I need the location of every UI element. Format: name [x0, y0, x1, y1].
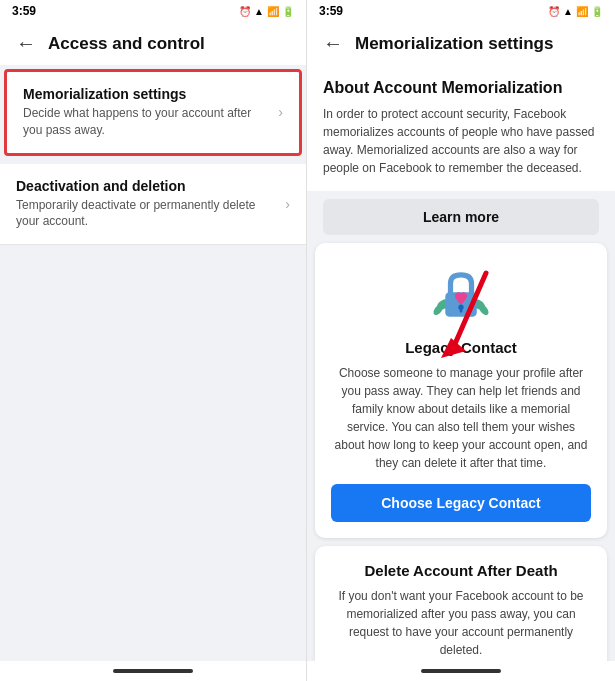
deactivation-content: Deactivation and deletion Temporarily de… [16, 178, 285, 231]
delete-card-title: Delete Account After Death [331, 562, 591, 579]
right-nav-header: ← Memorialization settings [307, 22, 615, 65]
choose-legacy-contact-button[interactable]: Choose Legacy Contact [331, 484, 591, 522]
left-status-icons: ⏰ ▲ 📶 🔋 [239, 6, 294, 17]
right-battery-icon: 🔋 [591, 6, 603, 17]
right-signal-icon: 📶 [576, 6, 588, 17]
deactivation-chevron-icon: › [285, 196, 290, 212]
svg-rect-6 [460, 308, 463, 312]
legacy-icon-area [331, 259, 591, 329]
left-home-indicator [0, 661, 306, 681]
legacy-contact-card: Legacy Contact Choose someone to manage … [315, 243, 607, 538]
battery-icon: 🔋 [282, 6, 294, 17]
memorialization-chevron-icon: › [278, 104, 283, 120]
memorialization-settings-item[interactable]: Memorialization settings Decide what hap… [4, 69, 302, 156]
right-status-bar: 3:59 ⏰ ▲ 📶 🔋 [307, 0, 615, 22]
delete-account-card: Delete Account After Death If you don't … [315, 546, 607, 661]
left-status-bar: 3:59 ⏰ ▲ 📶 🔋 [0, 0, 306, 22]
wifi-icon: ▲ [254, 6, 264, 17]
about-text: In order to protect account security, Fa… [323, 105, 599, 177]
memorialization-content: Memorialization settings Decide what hap… [23, 86, 278, 139]
memorialization-desc: Decide what happens to your account afte… [23, 105, 270, 139]
lock-icon [426, 259, 496, 329]
right-status-icons: ⏰ ▲ 📶 🔋 [548, 6, 603, 17]
right-home-indicator [307, 661, 615, 681]
right-home-bar [421, 669, 501, 673]
deactivation-settings-item[interactable]: Deactivation and deletion Temporarily de… [0, 164, 306, 246]
left-page-title: Access and control [48, 34, 205, 54]
legacy-card-title: Legacy Contact [331, 339, 591, 356]
signal-icon: 📶 [267, 6, 279, 17]
memorialization-title: Memorialization settings [23, 86, 270, 102]
left-settings-list: Memorialization settings Decide what hap… [0, 65, 306, 661]
learn-more-button[interactable]: Learn more [323, 199, 599, 235]
right-panel: 3:59 ⏰ ▲ 📶 🔋 ← Memorialization settings … [307, 0, 615, 681]
alarm-icon: ⏰ [239, 6, 251, 17]
deactivation-desc: Temporarily deactivate or permanently de… [16, 197, 277, 231]
right-page-title: Memorialization settings [355, 34, 553, 54]
right-time: 3:59 [319, 4, 343, 18]
deactivation-title: Deactivation and deletion [16, 178, 277, 194]
right-alarm-icon: ⏰ [548, 6, 560, 17]
about-section: About Account Memorialization In order t… [307, 65, 615, 191]
left-time: 3:59 [12, 4, 36, 18]
legacy-card-wrapper: Legacy Contact Choose someone to manage … [307, 243, 615, 538]
left-home-bar [113, 669, 193, 673]
right-back-button[interactable]: ← [323, 32, 343, 55]
right-scroll-content[interactable]: About Account Memorialization In order t… [307, 65, 615, 661]
left-nav-header: ← Access and control [0, 22, 306, 65]
legacy-card-text: Choose someone to manage your profile af… [331, 364, 591, 472]
left-panel: 3:59 ⏰ ▲ 📶 🔋 ← Access and control Memori… [0, 0, 307, 681]
left-back-button[interactable]: ← [16, 32, 36, 55]
delete-card-text: If you don't want your Facebook account … [331, 587, 591, 659]
about-title: About Account Memorialization [323, 79, 599, 97]
deactivation-section: Deactivation and deletion Temporarily de… [0, 164, 306, 246]
right-wifi-icon: ▲ [563, 6, 573, 17]
